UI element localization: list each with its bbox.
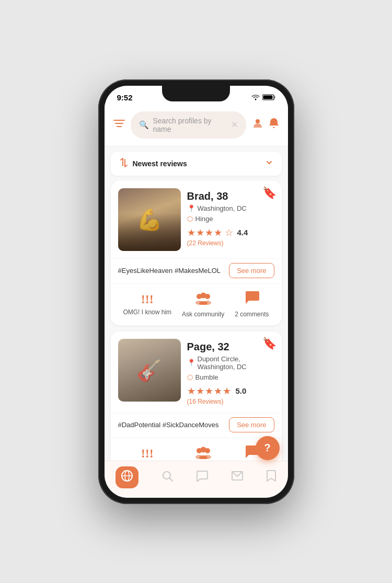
profile-app-brad: ⬡ Hinge (187, 215, 274, 223)
profile-card-brad: Brad, 38 📍 Washington, DC ⬡ Hinge ★★★★☆ … (111, 181, 282, 325)
svg-point-16 (205, 448, 210, 453)
search-bar[interactable]: 🔍 Search profiles by name ✕ (131, 111, 246, 139)
omg-label-brad: OMG! I know him (123, 308, 171, 316)
tags-text-page: #DadPotential #SickDanceMoves (118, 421, 219, 429)
app-icon-brad: ⬡ (187, 215, 193, 223)
card-info-page: Page, 32 📍 Dupont Circle, Washington, DC… (187, 339, 274, 405)
sort-icon (119, 158, 129, 169)
explore-icon (121, 472, 133, 485)
omg-action-page[interactable]: !!! OMG! I know him (123, 447, 171, 461)
search-clear-icon[interactable]: ✕ (231, 120, 238, 130)
svg-point-0 (255, 99, 256, 100)
comments-icon-brad (244, 290, 260, 308)
chat-nav-icon (196, 470, 209, 485)
profile-location-brad: 📍 Washington, DC (187, 204, 274, 212)
phone-screen: 9:52 (105, 86, 288, 498)
app-icon-page: ⬡ (187, 373, 193, 381)
profile-name-brad: Brad, 38 (187, 190, 274, 202)
see-more-button-brad[interactable]: See more (229, 263, 274, 278)
wifi-icon (251, 94, 260, 100)
stars-row-brad: ★★★★☆ 4.4 (187, 227, 274, 238)
mail-nav-icon (231, 471, 244, 484)
status-icons (251, 94, 275, 100)
omg-icon-page: !!! (141, 447, 154, 461)
profile-card-page: Page, 32 📍 Dupont Circle, Washington, DC… (111, 331, 282, 461)
filter-icon[interactable] (113, 118, 125, 131)
svg-point-7 (256, 119, 260, 123)
svg-line-24 (170, 478, 173, 481)
search-nav-icon (161, 470, 174, 485)
community-action-page[interactable]: Ask community (182, 444, 224, 461)
omg-icon-brad: !!! (141, 292, 154, 306)
card-top-page: Page, 32 📍 Dupont Circle, Washington, DC… (111, 331, 282, 413)
help-button[interactable]: ? (256, 436, 280, 460)
card-tags-brad: #EyesLikeHeaven #MakesMeLOL See more (111, 258, 282, 283)
nav-item-mail[interactable] (231, 471, 244, 484)
comments-label-brad: 2 comments (235, 311, 269, 318)
card-info-brad: Brad, 38 📍 Washington, DC ⬡ Hinge ★★★★☆ … (187, 188, 274, 251)
profile-app-page: ⬡ Bumble (187, 373, 274, 381)
stars-brad: ★★★★ (187, 227, 223, 238)
review-count-page: (16 Reviews) (187, 398, 274, 405)
star-half-brad: ☆ (225, 227, 233, 238)
rating-num-page: 5.0 (236, 386, 247, 395)
bottom-nav (105, 461, 288, 498)
profile-photo-brad[interactable] (118, 188, 181, 251)
profile-name-page: Page, 32 (187, 341, 274, 353)
community-icon-brad (194, 290, 213, 308)
card-actions-brad: !!! OMG! I know him (111, 283, 282, 325)
sort-label: Newest reviews (133, 159, 187, 168)
profile-photo-page[interactable] (118, 339, 181, 402)
sort-left: Newest reviews (119, 158, 187, 169)
notch (162, 86, 230, 101)
saved-nav-icon (266, 470, 276, 485)
see-more-button-page[interactable]: See more (229, 417, 274, 432)
omg-action-brad[interactable]: !!! OMG! I know him (123, 292, 171, 316)
review-count-brad: (22 Reviews) (187, 239, 274, 247)
header-icons (251, 117, 280, 133)
card-top-brad: Brad, 38 📍 Washington, DC ⬡ Hinge ★★★★☆ … (111, 181, 282, 258)
location-pin-icon: 📍 (187, 204, 195, 212)
svg-rect-3 (263, 96, 272, 99)
profile-icon[interactable] (251, 117, 264, 133)
stars-row-page: ★★★★★ 5.0 (187, 385, 274, 397)
nav-item-chat[interactable] (196, 470, 209, 485)
battery-icon (262, 94, 275, 100)
svg-point-13 (204, 301, 211, 305)
bookmark-button-brad[interactable]: 🔖 (262, 186, 276, 200)
nav-item-search[interactable] (161, 470, 174, 485)
profile-location-page: 📍 Dupont Circle, Washington, DC (187, 355, 274, 371)
explore-active-bg (116, 466, 139, 488)
location-pin-icon-page: 📍 (187, 359, 195, 367)
svg-point-10 (205, 294, 210, 299)
community-icon-page (194, 444, 213, 461)
sort-chevron-icon (265, 158, 273, 169)
search-row: 🔍 Search profiles by name ✕ (113, 111, 280, 139)
nav-item-explore[interactable] (116, 466, 139, 488)
sort-bar[interactable]: Newest reviews (111, 152, 282, 176)
rating-num-brad: 4.4 (237, 228, 248, 237)
svg-point-19 (204, 455, 211, 459)
status-time: 9:52 (117, 93, 133, 102)
bookmark-button-page[interactable]: 🔖 (262, 337, 276, 350)
scroll-content[interactable]: Brad, 38 📍 Washington, DC ⬡ Hinge ★★★★☆ … (105, 181, 288, 461)
tags-text-brad: #EyesLikeHeaven #MakesMeLOL (118, 267, 221, 275)
nav-item-saved[interactable] (266, 470, 276, 485)
comments-action-brad[interactable]: 2 comments (235, 290, 269, 318)
bell-icon[interactable] (268, 117, 280, 133)
card-tags-page: #DadPotential #SickDanceMoves See more (111, 413, 282, 438)
stars-page: ★★★★★ (187, 385, 232, 397)
search-icon: 🔍 (139, 120, 149, 130)
search-placeholder: Search profiles by name (153, 117, 227, 133)
community-action-brad[interactable]: Ask community (182, 290, 224, 318)
phone-frame: 9:52 (98, 79, 294, 504)
svg-rect-2 (274, 96, 275, 99)
community-label-brad: Ask community (182, 311, 224, 318)
header: 🔍 Search profiles by name ✕ (105, 106, 288, 146)
